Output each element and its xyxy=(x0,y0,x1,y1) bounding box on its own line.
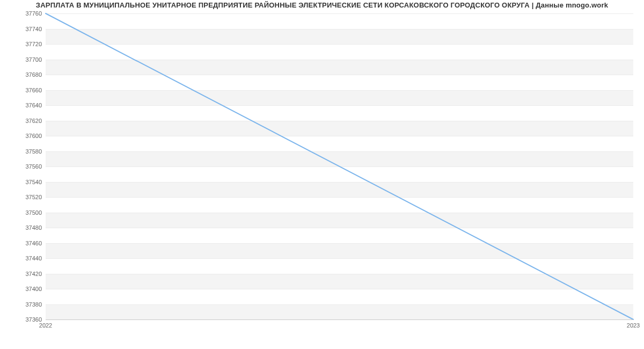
y-tick-label: 37500 xyxy=(4,209,42,216)
x-axis-line xyxy=(46,319,633,320)
chart-title: ЗАРПЛАТА В МУНИЦИПАЛЬНОЕ УНИТАРНОЕ ПРЕДП… xyxy=(0,1,644,9)
y-tick-label: 37460 xyxy=(4,240,42,246)
y-tick-label: 37540 xyxy=(4,179,42,185)
y-tick-label: 37560 xyxy=(4,163,42,170)
y-tick-label: 37620 xyxy=(4,118,42,124)
y-tick-label: 37580 xyxy=(4,148,42,155)
x-tick-label: 2022 xyxy=(39,322,52,329)
x-tick-label: 2023 xyxy=(627,322,640,329)
line-series-svg xyxy=(46,13,633,319)
y-tick-label: 37440 xyxy=(4,255,42,261)
y-tick-label: 37480 xyxy=(4,224,42,231)
y-tick-label: 37640 xyxy=(4,102,42,108)
y-tick-label: 37740 xyxy=(4,26,42,32)
chart-root: ЗАРПЛАТА В МУНИЦИПАЛЬНОЕ УНИТАРНОЕ ПРЕДП… xyxy=(0,0,644,349)
y-tick-label: 37720 xyxy=(4,41,42,47)
y-tick-label: 37380 xyxy=(4,301,42,308)
y-tick-label: 37520 xyxy=(4,194,42,200)
y-tick-label: 37360 xyxy=(4,316,42,323)
plot-area xyxy=(46,13,633,319)
y-tick-label: 37700 xyxy=(4,56,42,63)
y-tick-label: 37600 xyxy=(4,133,42,139)
y-tick-label: 37400 xyxy=(4,286,42,292)
y-tick-label: 37660 xyxy=(4,87,42,93)
y-tick-label: 37760 xyxy=(4,10,42,17)
y-tick-label: 37680 xyxy=(4,71,42,78)
y-tick-label: 37420 xyxy=(4,271,42,277)
series-line xyxy=(46,13,633,319)
